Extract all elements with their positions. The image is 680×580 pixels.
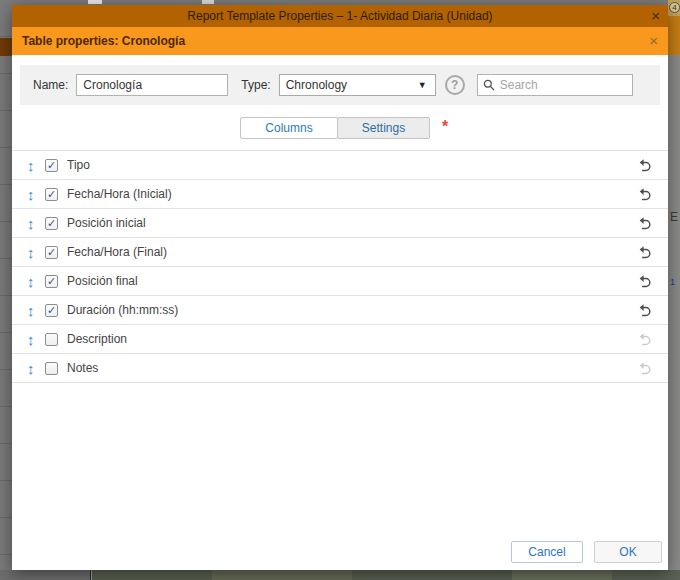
- row-checkbox[interactable]: ✓: [45, 304, 58, 317]
- drag-handle-icon[interactable]: ↕: [27, 360, 43, 377]
- map-cluster-badge: 4: [669, 2, 680, 13]
- column-row: ↕✓Posición final: [12, 267, 668, 296]
- window-titlebar: Report Template Properties – 1- Activida…: [12, 5, 668, 27]
- row-label: Fecha/Hora (Inicial): [67, 187, 172, 201]
- row-label: Fecha/Hora (Final): [67, 245, 167, 259]
- tab-bar: Columns Settings *: [12, 117, 668, 139]
- undo-icon[interactable]: [637, 274, 652, 289]
- row-label: Notes: [67, 361, 98, 375]
- chevron-down-icon: ▼: [418, 80, 429, 90]
- column-row: ↕✓Fecha/Hora (Inicial): [12, 180, 668, 209]
- undo-icon[interactable]: [637, 303, 652, 318]
- background-fragment: [88, 0, 102, 4]
- background-map-fragment: [668, 16, 680, 55]
- drag-handle-icon[interactable]: ↕: [27, 215, 43, 232]
- row-checkbox[interactable]: ✓: [45, 246, 58, 259]
- row-label: Posición inicial: [67, 216, 146, 230]
- drag-handle-icon[interactable]: ↕: [27, 331, 43, 348]
- tab-columns[interactable]: Columns: [240, 117, 338, 139]
- window-close-icon[interactable]: ×: [651, 6, 660, 26]
- drag-handle-icon[interactable]: ↕: [27, 157, 43, 174]
- column-row: ↕✓Tipo: [12, 151, 668, 180]
- required-marker: *: [442, 118, 448, 136]
- form-panel: Name: Type: Chronology ▼ ?: [20, 65, 660, 105]
- drag-handle-icon[interactable]: ↕: [27, 186, 43, 203]
- row-checkbox[interactable]: ✓: [45, 217, 58, 230]
- undo-icon[interactable]: [637, 332, 652, 347]
- search-box[interactable]: [477, 74, 633, 96]
- dialog-close-icon[interactable]: ×: [649, 31, 658, 51]
- dialog-body: Name: Type: Chronology ▼ ? Columns Setti…: [12, 55, 668, 570]
- background-fragment: [202, 0, 214, 4]
- background-table-cell: [0, 38, 12, 56]
- ok-button[interactable]: OK: [594, 541, 662, 563]
- tab-settings[interactable]: Settings: [337, 117, 430, 139]
- dialog-footer: Cancel OK: [511, 541, 662, 563]
- map-label: 1: [670, 277, 675, 287]
- rows-list: ↕✓Tipo↕✓Fecha/Hora (Inicial)↕✓Posición i…: [12, 150, 668, 383]
- name-input[interactable]: [76, 74, 228, 96]
- row-label: Description: [67, 332, 127, 346]
- undo-icon[interactable]: [637, 361, 652, 376]
- background-divider: [90, 570, 92, 580]
- row-checkbox[interactable]: ✓: [45, 188, 58, 201]
- drag-handle-icon[interactable]: ↕: [27, 273, 43, 290]
- column-row: ↕✓Duración (hh:mm:ss): [12, 296, 668, 325]
- dialog-title: Table properties: Cronología: [22, 34, 185, 48]
- undo-icon[interactable]: [637, 216, 652, 231]
- drag-handle-icon[interactable]: ↕: [27, 244, 43, 261]
- report-template-properties-dialog: Report Template Properties – 1- Activida…: [12, 5, 668, 570]
- undo-icon[interactable]: [637, 245, 652, 260]
- column-row: ↕✓Posición inicial: [12, 209, 668, 238]
- drag-handle-icon[interactable]: ↕: [27, 302, 43, 319]
- undo-icon[interactable]: [637, 187, 652, 202]
- type-label: Type:: [241, 78, 270, 92]
- row-label: Tipo: [67, 158, 90, 172]
- undo-icon[interactable]: [637, 158, 652, 173]
- row-checkbox[interactable]: [45, 362, 58, 375]
- background-map-strip: [668, 0, 680, 580]
- row-checkbox[interactable]: [45, 333, 58, 346]
- column-row: ↕Description: [12, 325, 668, 354]
- background-map-bottom: [92, 570, 680, 580]
- row-label: Posición final: [67, 274, 138, 288]
- column-row: ↕Notes: [12, 354, 668, 383]
- type-select-value: Chronology: [286, 78, 347, 92]
- table-properties-header: Table properties: Cronología ×: [12, 27, 668, 55]
- column-row: ↕✓Fecha/Hora (Final): [12, 238, 668, 267]
- row-checkbox[interactable]: ✓: [45, 159, 58, 172]
- help-icon[interactable]: ?: [445, 75, 465, 95]
- type-select[interactable]: Chronology ▼: [279, 74, 436, 96]
- map-label: E: [670, 210, 678, 224]
- search-input[interactable]: [500, 78, 618, 92]
- search-icon: [483, 79, 495, 91]
- row-checkbox[interactable]: ✓: [45, 275, 58, 288]
- cancel-button[interactable]: Cancel: [511, 541, 583, 563]
- window-title: Report Template Properties – 1- Activida…: [187, 9, 492, 23]
- name-label: Name:: [33, 78, 68, 92]
- row-label: Duración (hh:mm:ss): [67, 303, 178, 317]
